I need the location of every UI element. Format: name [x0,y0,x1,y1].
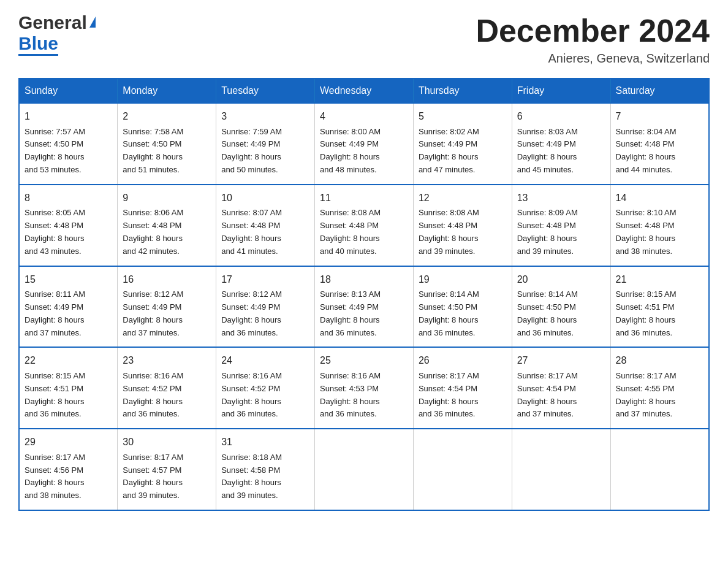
daylight-text-1: Daylight: 8 hours [25,314,112,327]
sunset-text: Sunset: 4:50 PM [419,301,507,314]
day-number: 16 [123,272,211,288]
day-number: 1 [25,109,112,124]
daylight-text-2: and 37 minutes. [25,327,112,340]
day-number: 24 [221,353,309,369]
calendar-day-4: 4Sunrise: 8:00 AMSunset: 4:49 PMDaylight… [315,103,414,185]
day-number: 3 [221,109,309,124]
calendar-day-28: 28Sunrise: 8:17 AMSunset: 4:55 PMDayligh… [610,347,709,429]
logo-underline [18,54,58,56]
daylight-text-1: Daylight: 8 hours [419,232,507,245]
sunrise-text: Sunrise: 8:03 AM [517,126,605,139]
month-title: December 2024 [476,12,710,49]
sunset-text: Sunset: 4:54 PM [419,383,507,396]
daylight-text-2: and 53 minutes. [25,164,112,177]
location-text: Anieres, Geneva, Switzerland [476,52,710,66]
calendar-day-16: 16Sunrise: 8:12 AMSunset: 4:49 PMDayligh… [118,266,216,348]
sunrise-text: Sunrise: 8:17 AM [123,451,211,464]
sunset-text: Sunset: 4:49 PM [221,301,309,314]
daylight-text-2: and 39 minutes. [123,489,211,502]
calendar-day-26: 26Sunrise: 8:17 AMSunset: 4:54 PMDayligh… [413,347,512,429]
sunrise-text: Sunrise: 8:15 AM [25,370,112,383]
sunrise-text: Sunrise: 8:16 AM [221,370,309,383]
daylight-text-1: Daylight: 8 hours [123,477,211,489]
calendar-day-30: 30Sunrise: 8:17 AMSunset: 4:57 PMDayligh… [118,429,216,510]
sunset-text: Sunset: 4:51 PM [25,383,112,396]
daylight-text-2: and 37 minutes. [517,408,605,421]
calendar-day-19: 19Sunrise: 8:14 AMSunset: 4:50 PMDayligh… [413,266,512,348]
daylight-text-1: Daylight: 8 hours [320,232,408,245]
calendar-empty-cell [610,429,709,510]
sunset-text: Sunset: 4:49 PM [25,301,112,314]
calendar-header-sunday: Sunday [19,79,118,103]
logo-general-text: General [18,12,87,33]
sunrise-text: Sunrise: 8:17 AM [517,370,605,383]
daylight-text-2: and 37 minutes. [616,408,703,421]
logo: General Blue [18,12,96,56]
day-number: 14 [616,190,703,206]
daylight-text-1: Daylight: 8 hours [517,232,605,245]
daylight-text-1: Daylight: 8 hours [616,232,703,245]
sunrise-text: Sunrise: 8:17 AM [419,370,507,383]
day-number: 30 [123,434,211,450]
daylight-text-1: Daylight: 8 hours [221,314,309,327]
calendar-day-17: 17Sunrise: 8:12 AMSunset: 4:49 PMDayligh… [216,266,315,348]
calendar-day-10: 10Sunrise: 8:07 AMSunset: 4:48 PMDayligh… [216,185,315,266]
daylight-text-1: Daylight: 8 hours [123,314,211,327]
daylight-text-1: Daylight: 8 hours [419,396,507,408]
day-number: 31 [221,434,309,450]
daylight-text-2: and 36 minutes. [517,327,605,340]
daylight-text-1: Daylight: 8 hours [517,314,605,327]
sunrise-text: Sunrise: 7:59 AM [221,126,309,139]
daylight-text-2: and 43 minutes. [25,245,112,258]
sunset-text: Sunset: 4:50 PM [123,138,211,151]
sunrise-text: Sunrise: 8:10 AM [616,207,703,220]
sunrise-text: Sunrise: 8:04 AM [616,126,703,139]
sunset-text: Sunset: 4:49 PM [320,301,408,314]
daylight-text-1: Daylight: 8 hours [25,477,112,489]
daylight-text-1: Daylight: 8 hours [123,151,211,164]
calendar-day-2: 2Sunrise: 7:58 AMSunset: 4:50 PMDaylight… [118,103,216,185]
sunrise-text: Sunrise: 7:58 AM [123,126,211,139]
daylight-text-2: and 48 minutes. [320,164,408,177]
sunset-text: Sunset: 4:49 PM [419,138,507,151]
calendar-day-25: 25Sunrise: 8:16 AMSunset: 4:53 PMDayligh… [315,347,414,429]
sunrise-text: Sunrise: 8:16 AM [123,370,211,383]
calendar-day-15: 15Sunrise: 8:11 AMSunset: 4:49 PMDayligh… [19,266,118,348]
daylight-text-2: and 36 minutes. [320,327,408,340]
day-number: 20 [517,272,605,288]
day-number: 2 [123,109,211,124]
daylight-text-2: and 36 minutes. [221,408,309,421]
calendar-empty-cell [512,429,610,510]
sunrise-text: Sunrise: 8:02 AM [419,126,507,139]
logo-triangle-icon [89,17,96,28]
daylight-text-2: and 51 minutes. [123,164,211,177]
daylight-text-2: and 36 minutes. [320,408,408,421]
daylight-text-1: Daylight: 8 hours [419,314,507,327]
day-number: 6 [517,109,605,124]
daylight-text-1: Daylight: 8 hours [25,151,112,164]
sunrise-text: Sunrise: 8:05 AM [25,207,112,220]
daylight-text-1: Daylight: 8 hours [320,151,408,164]
daylight-text-2: and 36 minutes. [123,408,211,421]
calendar-header-row: SundayMondayTuesdayWednesdayThursdayFrid… [19,79,709,103]
logo-blue-text: Blue [18,33,58,54]
sunrise-text: Sunrise: 8:08 AM [320,207,408,220]
sunset-text: Sunset: 4:48 PM [419,220,507,232]
daylight-text-1: Daylight: 8 hours [616,151,703,164]
sunrise-text: Sunrise: 8:12 AM [221,288,309,301]
daylight-text-2: and 40 minutes. [320,245,408,258]
daylight-text-2: and 38 minutes. [616,245,703,258]
page-header: General Blue December 2024 Anieres, Gene… [18,12,710,66]
calendar-day-14: 14Sunrise: 8:10 AMSunset: 4:48 PMDayligh… [610,185,709,266]
calendar-day-6: 6Sunrise: 8:03 AMSunset: 4:49 PMDaylight… [512,103,610,185]
calendar-day-20: 20Sunrise: 8:14 AMSunset: 4:50 PMDayligh… [512,266,610,348]
sunset-text: Sunset: 4:58 PM [221,464,309,477]
calendar-week-row: 29Sunrise: 8:17 AMSunset: 4:56 PMDayligh… [19,429,709,510]
calendar-day-18: 18Sunrise: 8:13 AMSunset: 4:49 PMDayligh… [315,266,414,348]
calendar-week-row: 15Sunrise: 8:11 AMSunset: 4:49 PMDayligh… [19,266,709,348]
sunrise-text: Sunrise: 8:13 AM [320,288,408,301]
daylight-text-2: and 50 minutes. [221,164,309,177]
sunrise-text: Sunrise: 8:08 AM [419,207,507,220]
day-number: 22 [25,353,112,369]
sunset-text: Sunset: 4:55 PM [616,383,703,396]
